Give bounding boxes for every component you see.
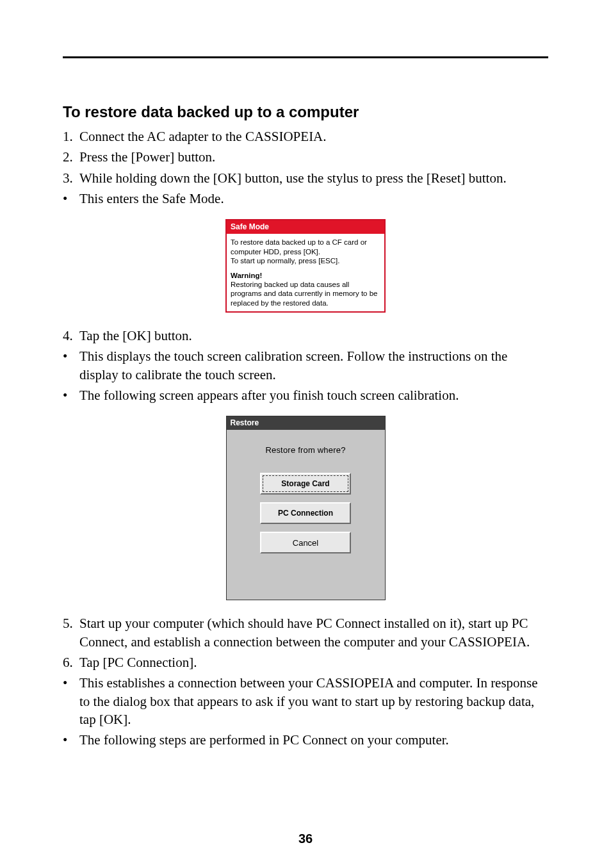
- restore-question: Restore from where?: [265, 445, 345, 455]
- list-text: While holding down the [OK] button, use …: [79, 169, 548, 187]
- instruction-list: 4. Tap the [OK] button. • This displays …: [63, 327, 548, 404]
- list-text: Connect the AC adapter to the CASSIOPEIA…: [79, 127, 548, 145]
- list-item: • This enters the Safe Mode.: [63, 190, 548, 208]
- safe-mode-text-line: To start up normally, press [ESC].: [231, 256, 380, 265]
- restore-title: Restore: [227, 416, 385, 430]
- instruction-list: 1. Connect the AC adapter to the CASSIOP…: [63, 127, 548, 208]
- list-text: This establishes a connection between yo…: [79, 674, 548, 728]
- safe-mode-warning-text: Restoring backed up data causes all prog…: [231, 280, 380, 307]
- list-item: 6. Tap [PC Connection].: [63, 653, 548, 671]
- list-text: Tap the [OK] button.: [79, 327, 548, 345]
- storage-card-button[interactable]: Storage Card: [260, 473, 351, 495]
- list-marker: 6.: [63, 653, 79, 671]
- section-title: To restore data backed up to a computer: [63, 103, 548, 121]
- list-marker: 1.: [63, 127, 79, 145]
- list-item: 1. Connect the AC adapter to the CASSIOP…: [63, 127, 548, 145]
- list-item: 5. Start up your computer (which should …: [63, 614, 548, 651]
- list-text: This displays the touch screen calibrati…: [79, 347, 548, 384]
- header-rule: [63, 56, 548, 58]
- list-text: Press the [Power] button.: [79, 148, 548, 166]
- instruction-list: 5. Start up your computer (which should …: [63, 614, 548, 749]
- list-text: Start up your computer (which should hav…: [79, 614, 548, 651]
- list-item: 4. Tap the [OK] button.: [63, 327, 548, 345]
- safe-mode-figure: Safe Mode To restore data backed up to a…: [63, 219, 548, 313]
- list-marker: 5.: [63, 614, 79, 632]
- bullet-marker: •: [63, 190, 79, 208]
- list-text: The following screen appears after you f…: [79, 386, 548, 404]
- list-text: Tap [PC Connection].: [79, 653, 548, 671]
- safe-mode-dialog: Safe Mode To restore data backed up to a…: [225, 219, 386, 313]
- list-item: • The following screen appears after you…: [63, 386, 548, 404]
- restore-dialog: Restore Restore from where? Storage Card…: [226, 416, 386, 600]
- button-label: Storage Card: [281, 479, 329, 488]
- list-marker: 2.: [63, 148, 79, 166]
- button-label: Cancel: [293, 538, 318, 548]
- restore-body: Restore from where? Storage Card PC Conn…: [227, 430, 385, 600]
- bullet-marker: •: [63, 347, 79, 365]
- page: To restore data backed up to a computer …: [0, 0, 611, 868]
- bullet-marker: •: [63, 674, 79, 692]
- restore-figure: Restore Restore from where? Storage Card…: [63, 416, 548, 600]
- page-number: 36: [0, 831, 611, 846]
- list-item: • This establishes a connection between …: [63, 674, 548, 728]
- bullet-marker: •: [63, 731, 79, 749]
- list-marker: 3.: [63, 169, 79, 187]
- list-marker: 4.: [63, 327, 79, 345]
- safe-mode-warning-label: Warning!: [231, 271, 380, 280]
- safe-mode-body: To restore data backed up to a CF card o…: [227, 234, 384, 311]
- safe-mode-title: Safe Mode: [227, 220, 384, 234]
- list-text: This enters the Safe Mode.: [79, 190, 548, 208]
- pc-connection-button[interactable]: PC Connection: [260, 502, 351, 524]
- cancel-button[interactable]: Cancel: [260, 532, 351, 553]
- button-label: PC Connection: [278, 509, 333, 518]
- list-item: 2. Press the [Power] button.: [63, 148, 548, 166]
- list-item: • This displays the touch screen calibra…: [63, 347, 548, 384]
- list-item: • The following steps are performed in P…: [63, 731, 548, 749]
- list-item: 3. While holding down the [OK] button, u…: [63, 169, 548, 187]
- list-text: The following steps are performed in PC …: [79, 731, 548, 749]
- safe-mode-text-line: To restore data backed up to a CF card o…: [231, 238, 380, 256]
- bullet-marker: •: [63, 386, 79, 404]
